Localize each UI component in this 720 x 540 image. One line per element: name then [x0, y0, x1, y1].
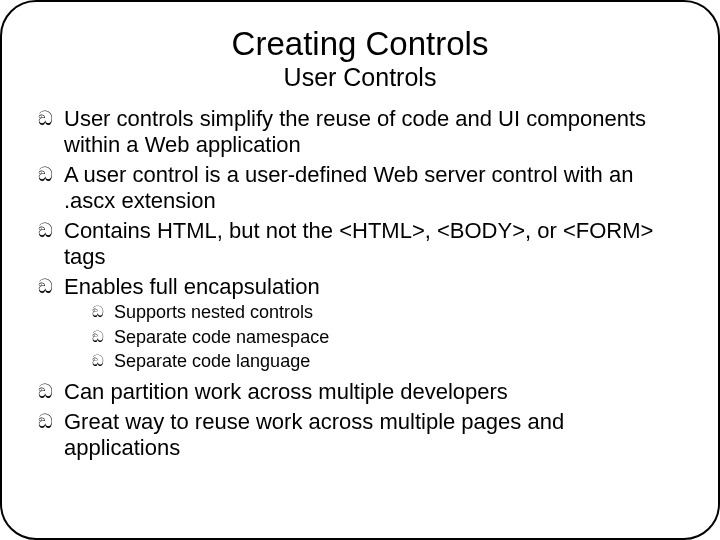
bullet-icon: ඞ	[38, 162, 53, 186]
bullet-icon: ඞ	[92, 302, 104, 321]
bullet-text: A user control is a user-defined Web ser…	[64, 162, 633, 213]
bullet-item: ඞ User controls simplify the reuse of co…	[38, 106, 682, 158]
sub-bullet-item: ඞ Supports nested controls	[92, 301, 682, 324]
sub-bullet-text: Supports nested controls	[114, 302, 313, 322]
bullet-text: Enables full encapsulation	[64, 274, 320, 299]
slide-title: Creating Controls	[38, 26, 682, 62]
bullet-item: ඞ Contains HTML, but not the <HTML>, <BO…	[38, 218, 682, 270]
bullet-text: Great way to reuse work across multiple …	[64, 409, 564, 460]
sub-bullet-list: ඞ Supports nested controls ඞ Separate co…	[64, 301, 682, 373]
bullet-list: ඞ User controls simplify the reuse of co…	[38, 106, 682, 461]
bullet-icon: ඞ	[38, 106, 53, 130]
bullet-text: Contains HTML, but not the <HTML>, <BODY…	[64, 218, 653, 269]
bullet-icon: ඞ	[38, 274, 53, 298]
bullet-icon: ඞ	[38, 379, 53, 403]
bullet-icon: ඞ	[38, 409, 53, 433]
bullet-text: Can partition work across multiple devel…	[64, 379, 508, 404]
sub-bullet-text: Separate code language	[114, 351, 310, 371]
bullet-icon: ඞ	[92, 327, 104, 346]
bullet-text: User controls simplify the reuse of code…	[64, 106, 646, 157]
bullet-item: ඞ Great way to reuse work across multipl…	[38, 409, 682, 461]
bullet-item: ඞ Enables full encapsulation ඞ Supports …	[38, 274, 682, 373]
sub-bullet-item: ඞ Separate code namespace	[92, 326, 682, 349]
bullet-item: ඞ Can partition work across multiple dev…	[38, 379, 682, 405]
slide-frame: Creating Controls User Controls ඞ User c…	[0, 0, 720, 540]
slide-subtitle: User Controls	[38, 64, 682, 92]
bullet-icon: ඞ	[38, 218, 53, 242]
bullet-icon: ඞ	[92, 351, 104, 370]
bullet-item: ඞ A user control is a user-defined Web s…	[38, 162, 682, 214]
sub-bullet-item: ඞ Separate code language	[92, 350, 682, 373]
sub-bullet-text: Separate code namespace	[114, 327, 329, 347]
